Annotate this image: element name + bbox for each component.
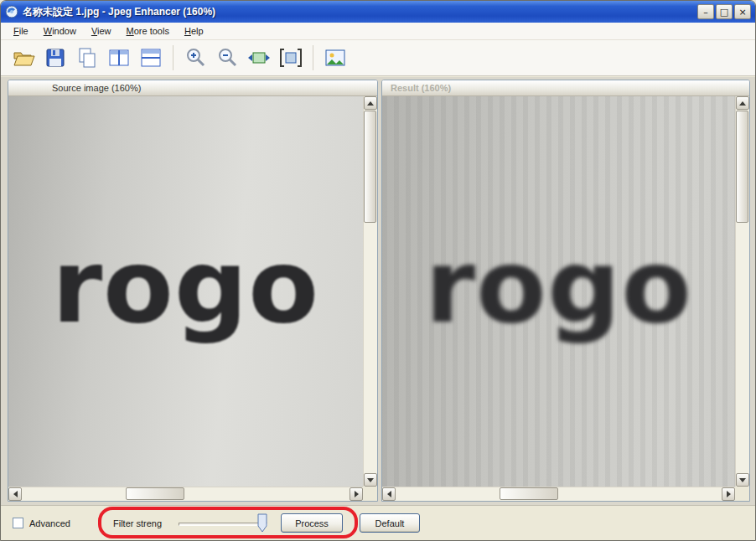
menubar: File Window View More tools Help [1,23,755,40]
split-horizontal-button[interactable] [135,43,167,73]
result-image-viewport: rogo [382,96,735,487]
open-button[interactable] [8,43,39,73]
split-vertical-icon [106,45,132,70]
menu-window[interactable]: Window [36,23,84,39]
filter-strength-slider-thumb[interactable] [257,513,267,533]
toolbar-separator [313,45,313,70]
arrow-right-icon [355,491,359,497]
source-image-viewport: rogo [8,96,363,487]
workspace: Source image (160%) rogo Result (160%) r… [1,77,755,505]
process-button[interactable]: Process [281,513,343,533]
scrollbar-corner [735,487,749,501]
zoom-out-icon [215,45,240,70]
vertical-scroll-thumb[interactable] [736,111,748,223]
toolbar [1,40,755,76]
result-panel-title: Result (160%) [382,80,749,96]
zoom-in-button[interactable] [179,43,211,73]
scroll-left-button[interactable] [382,487,396,501]
arrow-down-icon [367,478,374,482]
scrollbar-corner [363,487,377,501]
scroll-up-button[interactable] [364,96,377,110]
scroll-left-button[interactable] [8,487,22,501]
horizontal-scroll-thumb[interactable] [126,487,184,500]
fit-to-window-icon [246,45,272,70]
open-icon [11,45,36,70]
maximize-button[interactable]: □ [716,4,733,19]
scroll-up-button[interactable] [736,96,749,110]
menu-help[interactable]: Help [177,23,211,39]
source-vertical-scrollbar[interactable] [363,96,377,487]
zoom-in-icon [183,45,208,70]
menu-file[interactable]: File [6,23,36,39]
save-icon [43,45,68,70]
advanced-checkbox[interactable] [13,518,23,528]
arrow-up-icon [739,101,746,106]
window-controls: – □ × [696,4,751,19]
arrow-up-icon [367,101,374,106]
zoom-out-button[interactable] [211,43,243,73]
bottom-control-bar: Advanced Filter streng Process Default [1,505,755,540]
source-panel-title: Source image (160%) [8,80,377,96]
result-horizontal-scrollbar[interactable] [382,487,735,501]
minimize-button[interactable]: – [697,4,714,19]
app-window: 名称未設定 1.jpg - Jpeg Enhancer (160%) – □ ×… [0,0,756,541]
actual-size-button[interactable] [275,43,307,73]
arrow-left-icon [13,491,18,497]
arrow-right-icon [727,491,731,497]
save-button[interactable] [39,43,71,73]
duplicate-button[interactable] [71,43,103,73]
scroll-right-button[interactable] [350,487,363,501]
preview-icon [323,45,348,70]
result-vertical-scrollbar[interactable] [735,96,749,487]
horizontal-scroll-thumb[interactable] [500,487,558,500]
window-title: 名称未設定 1.jpg - Jpeg Enhancer (160%) [23,5,696,19]
source-image-text: rogo [52,227,319,346]
scroll-down-button[interactable] [736,473,749,487]
preview-button[interactable] [319,43,351,73]
slider-thumb-icon [257,513,267,533]
titlebar: 名称未設定 1.jpg - Jpeg Enhancer (160%) – □ × [1,1,755,23]
menu-more-tools[interactable]: More tools [119,23,177,39]
actual-size-icon [278,45,303,70]
app-logo-icon[interactable] [5,5,18,18]
split-horizontal-icon [138,45,163,70]
scroll-down-button[interactable] [364,473,377,487]
arrow-left-icon [387,491,391,497]
menu-view[interactable]: View [84,23,119,39]
result-panel: Result (160%) rogo [381,80,750,502]
advanced-label: Advanced [29,518,70,528]
source-horizontal-scrollbar[interactable] [8,487,363,501]
source-panel: Source image (160%) rogo [8,80,378,502]
fit-to-window-button[interactable] [243,43,275,73]
vertical-scroll-thumb[interactable] [364,111,376,223]
filter-strength-label: Filter streng [113,518,162,528]
scroll-right-button[interactable] [722,487,735,501]
duplicate-icon [75,45,100,70]
close-button[interactable]: × [734,4,751,19]
arrow-down-icon [739,478,746,482]
default-button[interactable]: Default [360,513,420,533]
filter-strength-slider-track[interactable] [179,523,267,526]
split-vertical-button[interactable] [103,43,135,73]
toolbar-separator [173,45,173,70]
result-image-text: rogo [425,227,692,346]
